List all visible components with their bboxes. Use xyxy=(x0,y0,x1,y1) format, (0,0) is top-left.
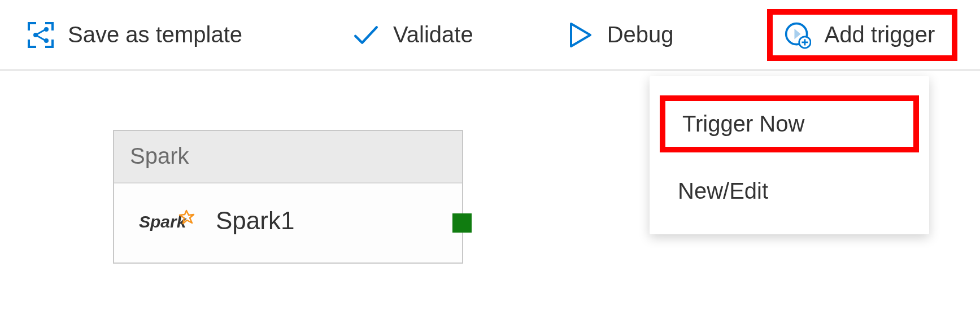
add-trigger-button[interactable]: Add trigger xyxy=(767,9,958,61)
trigger-now-menu-item[interactable]: Trigger Now xyxy=(660,95,919,152)
svg-point-1 xyxy=(44,27,49,32)
template-icon xyxy=(27,21,54,49)
debug-button[interactable]: Debug xyxy=(555,16,685,54)
play-outline-icon xyxy=(567,21,594,49)
svg-line-3 xyxy=(37,30,45,34)
activity-body: Spark Spark1 xyxy=(114,183,462,263)
svg-point-2 xyxy=(44,38,49,43)
save-as-template-label: Save as template xyxy=(68,22,242,47)
spark-logo-icon: Spark xyxy=(139,206,195,235)
svg-line-4 xyxy=(37,36,45,40)
activity-type-label: Spark xyxy=(114,131,462,183)
new-edit-menu-item[interactable]: New/Edit xyxy=(650,165,929,217)
activity-name-label: Spark1 xyxy=(216,207,294,235)
spark-activity-card[interactable]: Spark Spark Spark1 xyxy=(113,130,463,264)
validate-button[interactable]: Validate xyxy=(341,16,485,54)
debug-label: Debug xyxy=(607,22,674,47)
save-as-template-button[interactable]: Save as template xyxy=(16,16,254,54)
pipeline-toolbar: Save as template Validate Debug xyxy=(0,0,980,71)
clock-plus-icon xyxy=(784,21,811,49)
validate-label: Validate xyxy=(393,22,473,47)
add-trigger-label: Add trigger xyxy=(825,22,935,47)
checkmark-icon xyxy=(352,21,380,49)
success-output-connector[interactable] xyxy=(452,213,472,233)
add-trigger-dropdown: Trigger Now New/Edit xyxy=(650,76,929,234)
